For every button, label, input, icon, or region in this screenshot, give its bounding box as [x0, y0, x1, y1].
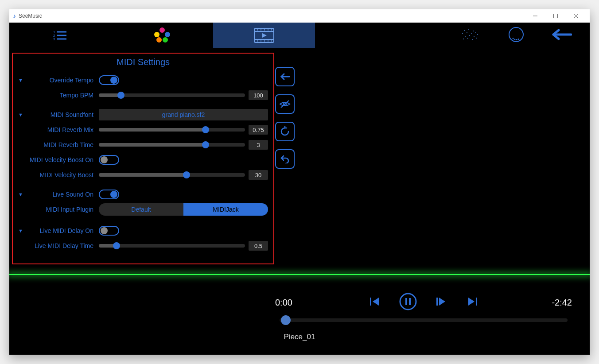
svg-point-12	[165, 32, 170, 37]
app-window: ♪ SeeMusic 1 2 3	[9, 9, 590, 355]
input-plugin-segment: Default MIDIJack	[99, 203, 268, 216]
svg-point-14	[163, 37, 168, 43]
time-elapsed: 0:00	[275, 298, 306, 308]
svg-rect-41	[405, 298, 407, 305]
svg-point-26	[268, 40, 268, 41]
svg-rect-1	[554, 14, 558, 18]
midi-settings-panel: MIDI Settings ▼ Override Tempo Tempo BPM…	[12, 53, 274, 264]
tab-video[interactable]	[213, 23, 315, 48]
side-refresh-button[interactable]	[275, 122, 295, 141]
svg-point-32	[516, 39, 517, 40]
svg-rect-43	[436, 298, 438, 306]
vel-boost-label: MIDI Velocity Boost	[28, 171, 99, 178]
input-plugin-midijack[interactable]: MIDIJack	[183, 203, 268, 216]
vel-boost-on-label: MIDI Velocity Boost On	[28, 156, 99, 163]
back-arrow-icon[interactable]	[551, 28, 572, 43]
tab-colors[interactable]	[111, 23, 213, 48]
minimize-button[interactable]	[525, 9, 545, 23]
step-button[interactable]	[436, 296, 448, 309]
reverb-mix-value[interactable]: 0.75	[249, 125, 268, 135]
reverb-mix-label: MIDI Reverb Mix	[28, 126, 99, 133]
override-tempo-label: Override Tempo	[28, 77, 99, 84]
collapse-icon[interactable]: ▼	[18, 228, 28, 233]
svg-rect-42	[409, 298, 411, 305]
live-sound-toggle[interactable]	[99, 190, 119, 199]
svg-point-25	[264, 40, 265, 41]
close-button[interactable]	[566, 9, 586, 23]
side-undo-button[interactable]	[275, 149, 295, 169]
svg-point-13	[156, 37, 162, 43]
vel-boost-toggle[interactable]	[99, 155, 119, 165]
collapse-icon[interactable]: ▼	[18, 112, 28, 117]
override-tempo-toggle[interactable]	[99, 75, 119, 85]
svg-point-10	[159, 27, 165, 33]
panel-title: MIDI Settings	[18, 57, 268, 67]
tempo-bpm-value[interactable]: 100	[249, 90, 268, 100]
svg-point-31	[514, 39, 516, 40]
svg-point-33	[518, 39, 519, 40]
svg-marker-45	[468, 298, 475, 306]
svg-marker-44	[439, 298, 445, 306]
soundfont-field[interactable]: grand piano.sf2	[99, 109, 268, 120]
live-delay-time-value[interactable]: 0.5	[249, 241, 268, 251]
input-plugin-default[interactable]: Default	[99, 203, 183, 216]
svg-point-40	[400, 294, 416, 310]
side-back-button[interactable]	[275, 67, 295, 86]
collapse-icon[interactable]: ▼	[18, 192, 28, 197]
live-delay-on-label: Live MIDI Delay On	[28, 227, 99, 234]
prev-button[interactable]	[369, 296, 381, 309]
waveform	[9, 262, 590, 288]
vel-boost-slider[interactable]	[99, 173, 245, 177]
timeline-slider[interactable]	[280, 318, 568, 322]
app-body: 1 2 3	[9, 23, 590, 355]
svg-point-24	[261, 40, 261, 41]
top-toolbar: 1 2 3	[9, 23, 590, 48]
svg-point-19	[261, 29, 261, 30]
window-title: SeeMusic	[19, 13, 42, 19]
live-sound-label: Live Sound On	[28, 191, 99, 198]
tab-list[interactable]: 1 2 3	[9, 23, 111, 48]
next-button[interactable]	[467, 296, 478, 309]
input-plugin-label: MIDI Input Plugin	[28, 206, 99, 213]
svg-point-18	[257, 29, 258, 30]
soundfont-label: MIDI Soundfont	[28, 111, 99, 118]
transport-bar: 0:00 -2:42	[275, 293, 572, 312]
svg-marker-39	[373, 298, 379, 306]
loading-icon[interactable]	[508, 27, 524, 44]
vel-boost-value[interactable]: 30	[249, 170, 268, 180]
svg-line-37	[281, 101, 289, 108]
svg-point-21	[268, 29, 268, 30]
maximize-button[interactable]	[545, 9, 566, 23]
piece-name: Piece_01	[9, 333, 590, 341]
tempo-bpm-label: Tempo BPM	[28, 92, 99, 99]
time-remaining: -2:42	[541, 298, 572, 308]
svg-text:3: 3	[53, 37, 55, 41]
tempo-bpm-slider[interactable]	[99, 93, 245, 97]
reverb-time-value[interactable]: 3	[249, 140, 268, 150]
svg-point-30	[513, 38, 514, 39]
svg-rect-38	[370, 298, 371, 306]
reverb-time-label: MIDI Reverb Time	[28, 141, 99, 148]
particles-icon[interactable]	[459, 28, 482, 43]
side-actions	[275, 67, 295, 169]
svg-marker-28	[262, 33, 267, 38]
live-delay-time-label: Live MIDI Delay Time	[28, 242, 99, 249]
svg-point-11	[154, 32, 159, 37]
live-delay-toggle[interactable]	[99, 226, 119, 236]
pause-button[interactable]	[399, 293, 417, 312]
reverb-mix-slider[interactable]	[99, 128, 245, 132]
side-hide-button[interactable]	[275, 94, 295, 114]
svg-rect-46	[476, 298, 477, 306]
live-delay-time-slider[interactable]	[99, 244, 245, 248]
app-icon: ♪	[13, 12, 16, 19]
collapse-icon[interactable]: ▼	[18, 77, 28, 83]
svg-point-23	[257, 40, 258, 41]
svg-point-22	[271, 29, 272, 30]
svg-point-27	[271, 40, 272, 41]
titlebar: ♪ SeeMusic	[9, 9, 590, 23]
reverb-time-slider[interactable]	[99, 143, 245, 147]
svg-point-20	[264, 29, 265, 30]
